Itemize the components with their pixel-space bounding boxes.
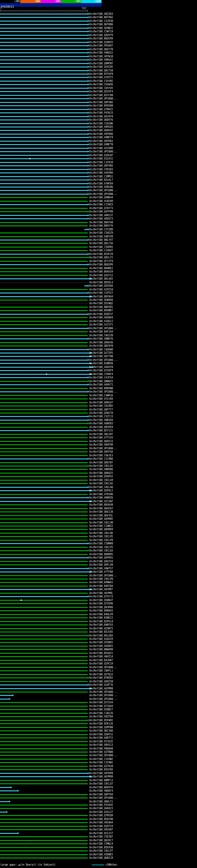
hit-label[interactable]: UniRef100_P27635 xyxy=(89,740,113,743)
hit-label[interactable]: UniRef100_Q4GYX4 xyxy=(89,560,113,563)
hit-bar[interactable] xyxy=(0,402,88,403)
hit-bar[interactable] xyxy=(0,261,88,262)
hit-bar[interactable] xyxy=(0,130,88,131)
hit-bar[interactable] xyxy=(0,137,88,138)
hit-label[interactable]: UniRef100_Q6F45L xyxy=(89,514,113,517)
hit-label[interactable]: UniRef100_Q86LY1 xyxy=(89,800,113,803)
hit-label[interactable]: UniRef100_Q95PB3 xyxy=(89,140,113,143)
hit-bar[interactable] xyxy=(0,829,88,830)
hit-bar[interactable] xyxy=(0,462,88,463)
hit-label[interactable]: UniRef100_B3LHL7 xyxy=(89,179,113,182)
hit-bar[interactable] xyxy=(0,349,88,350)
hit-label[interactable]: UniRef100_Q4R7Y2 xyxy=(89,737,113,740)
hit-bar[interactable] xyxy=(0,127,88,127)
hit-label[interactable]: UniRef100_B95E80 xyxy=(89,104,113,107)
hit-bar[interactable] xyxy=(0,444,88,445)
hit-label[interactable]: UniRef100_Q9PT69 xyxy=(89,793,113,796)
hit-bar[interactable] xyxy=(0,706,88,707)
hit-label[interactable]: UniRef100_B9DVN8 xyxy=(89,387,113,390)
hit-bar[interactable] xyxy=(0,314,88,315)
hit-label[interactable]: UniRef100_A9NFF9 xyxy=(89,136,113,139)
hit-label[interactable]: UniRef100_A6YM99 xyxy=(89,775,113,778)
hit-bar[interactable] xyxy=(0,35,88,36)
hit-label[interactable]: UniRef100_Q7M2Q9 xyxy=(89,814,113,817)
hit-bar[interactable] xyxy=(0,766,88,767)
hit-bar[interactable] xyxy=(0,377,88,378)
hit-bar[interactable] xyxy=(0,31,88,32)
hit-bar[interactable] xyxy=(0,734,88,735)
hit-bar[interactable] xyxy=(0,628,88,629)
hit-label[interactable]: UniRef100_Q6LC56 xyxy=(89,242,113,245)
hit-label[interactable]: UniRef100_Q95FQ4 xyxy=(89,451,113,454)
hit-label[interactable]: UniRef100_Q75CY3 xyxy=(89,595,113,598)
hit-bar[interactable] xyxy=(0,469,88,470)
hit-label[interactable]: UniRef100_Q4PHB5 xyxy=(89,518,113,521)
hit-bar[interactable] xyxy=(0,271,88,272)
hit-bar[interactable] xyxy=(0,621,88,622)
hit-label[interactable]: UniRef100_Q69533 xyxy=(89,440,113,443)
hit-bar[interactable] xyxy=(0,201,88,202)
hit-bar[interactable] xyxy=(0,473,88,473)
hit-bar[interactable] xyxy=(0,586,88,587)
hit-bar[interactable] xyxy=(0,564,88,565)
hit-label[interactable]: UniRef100_Q5MYN9 xyxy=(89,726,113,729)
hit-bar[interactable] xyxy=(0,769,88,770)
hit-bar[interactable] xyxy=(0,56,88,57)
hit-label[interactable]: UniRef100_C5E307 xyxy=(89,835,113,838)
hit-label[interactable]: UniRef100_B5FW92 xyxy=(89,719,113,722)
hit-bar[interactable] xyxy=(0,526,88,527)
hit-label[interactable]: UniRef100_Q4P991 xyxy=(89,556,113,559)
hit-bar[interactable] xyxy=(0,512,88,513)
hit-label[interactable]: UniRef100_C0CLP8 xyxy=(89,578,113,581)
hit-bar[interactable] xyxy=(0,17,88,18)
hit-bar[interactable] xyxy=(0,187,88,188)
hit-bar[interactable] xyxy=(0,278,91,279)
hit-label[interactable]: UniRef100_Q4N644 xyxy=(89,196,113,199)
hit-label[interactable]: UniRef100_A7RJH6 xyxy=(89,493,113,496)
hit-bar[interactable] xyxy=(0,225,88,226)
hit-bar[interactable] xyxy=(0,95,88,96)
hit-label[interactable]: UniRef100_Q39724 xyxy=(89,825,113,828)
hit-label[interactable]: UniRef100_C0CLU7 xyxy=(89,782,113,785)
hit-bar[interactable] xyxy=(0,731,88,731)
hit-label[interactable]: UniRef100_B6HBE2 xyxy=(89,267,113,270)
hit-label[interactable]: UniRef100_B6Q3P6 xyxy=(89,263,113,266)
hit-bar[interactable] xyxy=(0,805,88,805)
hit-label[interactable]: UniRef100_Q5PVL5 xyxy=(89,489,113,492)
hit-bar[interactable] xyxy=(0,416,88,417)
hit-label[interactable]: UniRef100_Q48423 xyxy=(89,807,113,810)
hit-label[interactable]: UniRef100_C5PHF4 xyxy=(89,373,113,376)
hit-label[interactable]: UniRef100_B9F8A4 xyxy=(89,295,113,298)
hit-bar[interactable] xyxy=(0,113,88,113)
hit-bar[interactable] xyxy=(0,437,88,438)
hit-bar[interactable] xyxy=(0,681,88,682)
hit-label[interactable]: UniRef100_A1DGL5 xyxy=(89,320,113,323)
hit-bar[interactable] xyxy=(0,540,88,541)
hit-label[interactable]: UniRef100_B8MF13 xyxy=(89,779,113,782)
hit-bar[interactable] xyxy=(0,677,88,678)
hit-bar[interactable] xyxy=(0,490,91,491)
hit-bar[interactable] xyxy=(0,352,91,353)
hit-label[interactable]: UniRef100_A22GB9 xyxy=(89,147,113,150)
hit-bar[interactable] xyxy=(0,250,88,251)
hit-bar[interactable] xyxy=(0,459,88,459)
hit-label[interactable]: UniRef100_Q3SCB5 xyxy=(89,66,113,69)
hit-label[interactable]: UniRef100_C9S5D3 xyxy=(89,168,113,171)
hit-label[interactable]: UniRef100_A9FB96 xyxy=(89,133,113,136)
hit-bar[interactable] xyxy=(0,296,91,297)
hit-label[interactable]: UniRef100_A92U87 xyxy=(89,828,113,831)
hit-label[interactable]: UniRef100_Q0C8Y0 xyxy=(89,345,113,348)
hit-label[interactable]: UniRef100_A4A5M4 xyxy=(89,172,113,175)
hit-label[interactable]: UniRef100_UP1000... xyxy=(89,327,118,330)
hit-label[interactable]: UniRef100_Q68V42 xyxy=(89,129,113,132)
hit-label[interactable]: UniRef100_A8FTY7 xyxy=(89,408,113,411)
hit-bar[interactable] xyxy=(0,833,18,834)
hit-label[interactable]: UniRef100_Q4YP98 xyxy=(89,210,113,213)
hit-bar[interactable] xyxy=(0,575,88,576)
hit-label[interactable]: UniRef100_C56EZ9 xyxy=(89,231,113,235)
hit-bar[interactable] xyxy=(0,88,88,89)
hit-bar[interactable] xyxy=(0,663,88,664)
hit-label[interactable]: UniRef100_P41845 xyxy=(89,804,113,807)
hit-bar[interactable] xyxy=(0,497,88,498)
hit-bar[interactable] xyxy=(0,292,88,293)
